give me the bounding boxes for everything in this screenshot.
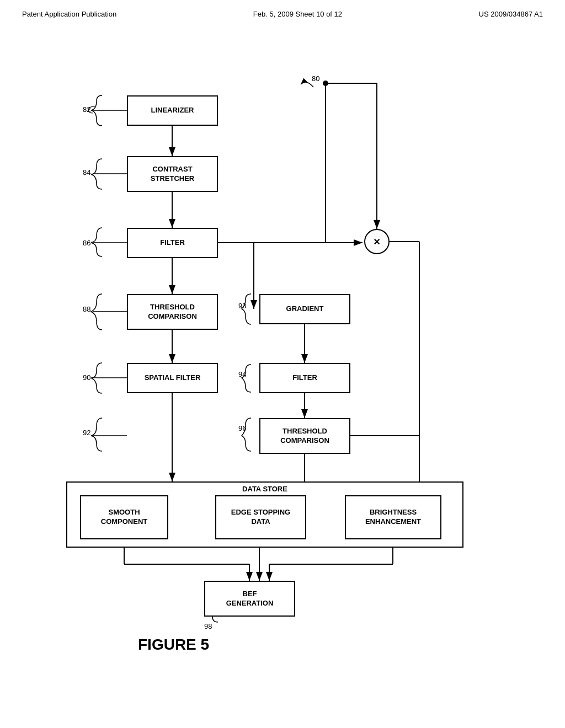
label-92: 92 — [83, 429, 90, 437]
label-86: 86 — [83, 239, 90, 247]
label-84: 84 — [83, 168, 90, 176]
svg-point-33 — [323, 81, 328, 86]
edge-stopping-label: EDGE STOPPINGDATA — [231, 508, 290, 527]
edge-stopping-box: EDGE STOPPINGDATA — [215, 495, 306, 539]
filter1-label: FILTER — [160, 238, 185, 248]
multiply-circle: × — [364, 229, 390, 254]
header-middle: Feb. 5, 2009 Sheet 10 of 12 — [253, 10, 342, 18]
label-98: 98 — [204, 622, 212, 630]
gradient-box: GRADIENT — [259, 294, 350, 324]
threshold2-box: THRESHOLDCOMPARISON — [259, 418, 350, 454]
label-96: 96 — [238, 424, 246, 432]
label-90: 90 — [83, 373, 90, 382]
contrast-stretcher-box: CONTRASTSTRETCHER — [127, 156, 218, 192]
label-82: 82 — [83, 105, 90, 114]
smooth-box: SMOOTHCOMPONENT — [80, 495, 168, 539]
multiply-symbol: × — [374, 235, 380, 248]
spatial-filter-box: SPATIAL FILTER — [127, 363, 218, 393]
bef-box: BEFGENERATION — [204, 581, 295, 617]
gradient-label: GRADIENT — [286, 304, 324, 314]
smooth-label: SMOOTHCOMPONENT — [101, 508, 148, 527]
linearizer-box: LINEARIZER — [127, 95, 218, 126]
label-80: 80 — [312, 74, 319, 83]
linearizer-label: LINEARIZER — [151, 106, 194, 115]
header-left: Patent Application Publication — [22, 10, 116, 18]
contrast-stretcher-label: CONTRASTSTRETCHER — [151, 165, 194, 184]
filter2-label: FILTER — [292, 373, 317, 383]
brightness-label: BRIGHTNESSENHANCEMENT — [365, 508, 421, 527]
filter1-box: FILTER — [127, 228, 218, 258]
header-right: US 2009/034867 A1 — [479, 10, 543, 18]
threshold1-label: THRESHOLDCOMPARISON — [148, 303, 197, 322]
brightness-box: BRIGHTNESSENHANCEMENT — [345, 495, 441, 539]
figure-label: FIGURE 5 — [138, 636, 209, 654]
threshold1-box: THRESHOLDCOMPARISON — [127, 294, 218, 330]
label-88: 88 — [83, 305, 90, 313]
bef-label: BEFGENERATION — [226, 590, 274, 608]
spatial-filter-label: SPATIAL FILTER — [145, 373, 201, 383]
page-header: Patent Application Publication Feb. 5, 2… — [0, 0, 565, 18]
diagram: LINEARIZER CONTRASTSTRETCHER FILTER THRE… — [0, 24, 565, 686]
label-94: 94 — [238, 370, 246, 378]
data-store-label: DATA STORE — [242, 485, 287, 493]
filter2-box: FILTER — [259, 363, 350, 393]
threshold2-label: THRESHOLDCOMPARISON — [280, 427, 329, 446]
label-93: 93 — [238, 302, 246, 310]
